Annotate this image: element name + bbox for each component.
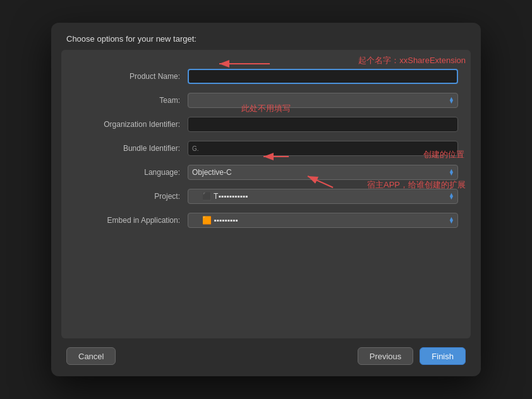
org-id-label: Organization Identifier: [74,120,188,129]
embed-row: Embed in Application: 🟧 ▪▪▪▪▪▪▪▪▪ ▲▼ [74,213,458,228]
footer-right-buttons: Previous Finish [358,347,466,365]
dialog-footer: Cancel Previous Finish [51,338,481,376]
previous-button[interactable]: Previous [358,347,414,365]
language-row: Language: Objective-C Swift ▲▼ [74,165,458,180]
team-label: Team: [74,96,188,105]
embed-select-wrapper: 🟧 ▪▪▪▪▪▪▪▪▪ ▲▼ [188,213,458,228]
bundle-id-row: Bundle Identifier: [74,141,458,156]
embed-label: Embed in Application: [74,216,188,225]
dialog-body: Product Name: Team: ▲▼ Organization Iden… [61,50,471,338]
dialog-title: Choose options for your new target: [66,34,196,44]
product-name-input[interactable] [188,69,458,84]
team-select-wrapper: ▲▼ [188,93,458,108]
project-select[interactable]: ⬛ T▪▪▪▪▪▪▪▪▪▪▪ [188,189,458,204]
project-row: Project: ⬛ T▪▪▪▪▪▪▪▪▪▪▪ ▲▼ [74,189,458,204]
language-select[interactable]: Objective-C Swift [188,165,458,180]
annotation-product-name-text: 起个名字：xxShareExtension [358,56,466,65]
product-name-label: Product Name: [74,72,188,81]
org-id-input[interactable] [188,117,458,132]
team-row: Team: ▲▼ [74,93,458,108]
org-id-row: Organization Identifier: [74,117,458,132]
language-select-wrapper: Objective-C Swift ▲▼ [188,165,458,180]
dialog-header: Choose options for your new target: [51,23,481,50]
bundle-id-input[interactable] [188,141,458,156]
team-select[interactable] [188,93,458,108]
annotation-product-name: 起个名字：xxShareExtension [358,55,466,66]
annotation-embed-text: 宿主APP，给谁创建的扩展 [367,180,466,189]
finish-button[interactable]: Finish [420,347,466,365]
language-label: Language: [74,168,188,177]
cancel-button[interactable]: Cancel [66,347,116,365]
project-label: Project: [74,192,188,201]
dialog-window: Choose options for your new target: Prod… [51,23,481,376]
product-name-row: Product Name: [74,69,458,84]
project-select-wrapper: ⬛ T▪▪▪▪▪▪▪▪▪▪▪ ▲▼ [188,189,458,204]
embed-select[interactable]: 🟧 ▪▪▪▪▪▪▪▪▪ [188,213,458,228]
bundle-id-label: Bundle Identifier: [74,144,188,153]
